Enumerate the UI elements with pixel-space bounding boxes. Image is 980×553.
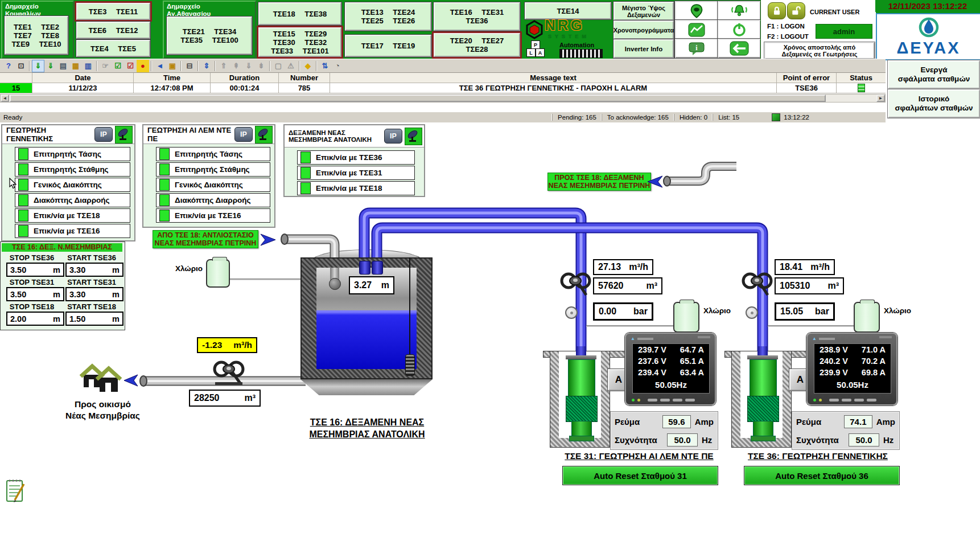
start-tse31-value[interactable]: 3.30m	[65, 287, 123, 301]
print-icon[interactable]: ⊟	[183, 60, 196, 72]
nav-button-tse13-group[interactable]: ΤΣΕ13 ΤΣΕ24ΤΣΕ25 ΤΣΕ26	[345, 2, 431, 31]
nrg-hexagon-icon	[525, 20, 543, 39]
nav-button-inverter-info[interactable]: Inverter Info	[613, 39, 674, 58]
scroll-left-button[interactable]: ◄	[1, 95, 9, 102]
ip-button[interactable]: IP	[234, 127, 253, 142]
col-number[interactable]: Number	[279, 73, 330, 83]
properties-icon[interactable]: ▢	[272, 60, 285, 72]
acknowledge-all-icon[interactable]: ⇓	[44, 60, 57, 72]
list-count: List: 15	[713, 114, 744, 121]
move-up-icon[interactable]: ⇑	[217, 60, 230, 72]
send-time-button[interactable]: Χρόνος αποστολής απόΔεξαμενές σε Γεωτρήσ…	[764, 42, 875, 59]
col-status[interactable]: Status	[837, 73, 886, 83]
nav-button-tse14[interactable]: ΤΣΕ14	[525, 2, 611, 19]
tank-bluepipe-cap	[372, 261, 383, 275]
nav-button-tse20-group[interactable]: ΤΣΕ20 ΤΣΕ27ΤΣΕ28	[434, 33, 520, 57]
trend-chart-button[interactable]	[675, 20, 718, 39]
tse36-pressure-value: 15.05bar	[775, 302, 835, 321]
time-filter-icon[interactable]: ◔	[331, 60, 344, 72]
move-bottom-icon[interactable]: ⇟	[255, 60, 267, 72]
power-button[interactable]	[718, 20, 761, 39]
tank-inlet-cap	[329, 278, 341, 290]
help-icon[interactable]: ?	[2, 60, 15, 72]
active-faults-button[interactable]: Ενεργάσφάλματα σταθμών	[888, 60, 980, 89]
tse36-auto-reset-button[interactable]: Auto Reset Σταθμού 36	[744, 466, 900, 485]
level-sensor-cable	[409, 257, 410, 355]
nav-button-tse1-group[interactable]: ΤΣΕ1 ΤΣΕ2ΤΣΕ7 ΤΣΕ8ΤΣΕ9 ΤΣΕ10	[5, 16, 68, 55]
nav-button-tse18-38[interactable]: ΤΣΕ18 ΤΣΕ38	[258, 2, 341, 25]
nav-button-tse15-group[interactable]: ΤΣΕ15 ΤΣΕ29ΤΣΕ30 ΤΣΕ32ΤΣΕ33 ΤΣΕ101	[258, 27, 341, 57]
stop-tse36-value[interactable]: 3.50m	[6, 263, 64, 277]
page-lock-icon[interactable]: ▣	[166, 60, 179, 72]
toolbar-separator	[180, 61, 182, 71]
tse31-auto-reset-button[interactable]: Auto Reset Σταθμού 31	[562, 466, 718, 485]
scroll-thumb[interactable]	[10, 95, 826, 102]
info-message-button[interactable]: i	[675, 39, 718, 58]
tse36-name: ΤΣΕ 36: ΓΕΩΤΡΗΣΗ ΓΕΝΝΕΤΙΚΗΣ	[727, 451, 909, 461]
top-header: ΔημαρχείοΚουφαλίων ΤΣΕ1 ΤΣΕ2ΤΣΕ7 ΤΣΕ8ΤΣΕ…	[0, 0, 980, 59]
alarm-row[interactable]: 15 11/12/23 12:47:08 PM 00:01:24 785 ΤΣΕ…	[0, 83, 886, 93]
col-message[interactable]: Message text	[330, 73, 777, 83]
scroll-right-button[interactable]: ►	[876, 95, 885, 102]
confirm-icon[interactable]: ☑	[112, 60, 124, 72]
tse31-pressure-value: 0.00bar	[593, 302, 653, 321]
tse36-flow-value: 18.41m³/h	[775, 259, 835, 275]
select-hand-icon[interactable]: ☞	[99, 60, 112, 72]
nav-button-tse6-12[interactable]: ΤΣΕ6 ΤΣΕ12	[76, 22, 150, 39]
move-down-icon[interactable]: ⇓	[242, 60, 255, 72]
fault-history-button[interactable]: Ιστορικόσφαλμάτων σταθμών	[888, 89, 980, 118]
confirm-all-icon[interactable]: ☑	[124, 60, 137, 72]
ip-button[interactable]: IP	[94, 127, 113, 142]
satellite-icon	[405, 128, 422, 145]
sort-icon[interactable]: ⇕	[200, 60, 213, 72]
back-arrow-button[interactable]	[718, 39, 761, 58]
outflow-totalizer-value: 28250m³	[189, 390, 261, 407]
nav-button-max-tank-height[interactable]: Μέγιστο ΎψοςΔεξαμενών	[613, 2, 674, 21]
alarm-hide-icon[interactable]: ⚠	[285, 60, 297, 72]
frame-select-icon[interactable]: ⊡	[15, 60, 27, 72]
f1-logon-label: F1 : LOGON	[767, 23, 805, 30]
toolbar-separator	[269, 61, 270, 71]
archive-list-icon[interactable]: ▤	[57, 60, 69, 72]
lock-open-icon	[790, 5, 802, 17]
nav-button-tse4-5[interactable]: ΤΣΕ4 ΤΣΕ5	[76, 40, 150, 57]
status-comm-tse18: Επικ/νία με ΤΣΕ18	[297, 181, 415, 195]
stop-tse18-value[interactable]: 2.00m	[6, 312, 64, 326]
meter-brand-icon: ▲	[812, 336, 817, 341]
logon-button[interactable]	[768, 2, 786, 19]
alarm-status-icon	[858, 84, 865, 92]
ip-button[interactable]: IP	[384, 129, 402, 144]
lock-icon[interactable]: ◆	[302, 60, 314, 72]
panel-deksameni-header: ΔΕΞΑΜΕΝΗ ΝΕΑΣΜΕΣΗΜΒΡΙΑΣ ΑΝΑΤΟΛΙΚΗ IP	[285, 125, 424, 148]
alarm-status-cell	[837, 83, 886, 93]
nav-button-tse17-19[interactable]: ΤΣΕ17 ΤΣΕ19	[345, 35, 431, 57]
col-point[interactable]: Point of error	[777, 73, 837, 83]
nav-button-tse3-11[interactable]: ΤΣΕ3 ΤΣΕ11	[76, 3, 150, 20]
col-duration[interactable]: Duration	[211, 73, 279, 83]
tank-base	[300, 379, 433, 395]
pump-body-tse31	[568, 359, 595, 397]
lock-list-icon[interactable]: ▦	[69, 60, 82, 72]
alarm-table-header: Date Time Duration Number Message text P…	[0, 73, 886, 83]
flow-meter-icon	[742, 267, 773, 297]
nav-button-schedules[interactable]: Χρονοπρογράμματα	[613, 21, 674, 39]
emergency-stop-icon[interactable]: ●	[137, 60, 149, 72]
alarm-bell-button[interactable]	[718, 1, 761, 21]
previous-page-icon[interactable]: ◄	[154, 60, 166, 72]
stop-tse31-value[interactable]: 3.50m	[6, 287, 64, 301]
start-tse18-value[interactable]: 1.50m	[65, 312, 123, 326]
col-date[interactable]: Date	[32, 73, 134, 83]
nav-button-tse16-group[interactable]: ΤΣΕ16 ΤΣΕ31ΤΣΕ36	[434, 2, 520, 31]
acknowledge-icon[interactable]: ⇓	[32, 60, 44, 72]
col-time[interactable]: Time	[134, 73, 211, 83]
statistics-icon[interactable]: ▥	[82, 60, 94, 72]
flow-meter-icon	[213, 354, 245, 388]
flow-arrow-left-icon	[647, 175, 664, 188]
start-tse36-value[interactable]: 3.30m	[65, 263, 123, 277]
notepad-icon[interactable]	[5, 477, 28, 503]
logout-button[interactable]	[787, 2, 805, 19]
sort-az-icon[interactable]: ⇅	[319, 60, 331, 72]
move-top-icon[interactable]: ⇞	[230, 60, 242, 72]
nav-button-tse21-group[interactable]: ΤΣΕ21 ΤΣΕ34ΤΣΕ35 ΤΣΕ100	[167, 17, 252, 55]
map-pin-button[interactable]	[675, 1, 718, 21]
